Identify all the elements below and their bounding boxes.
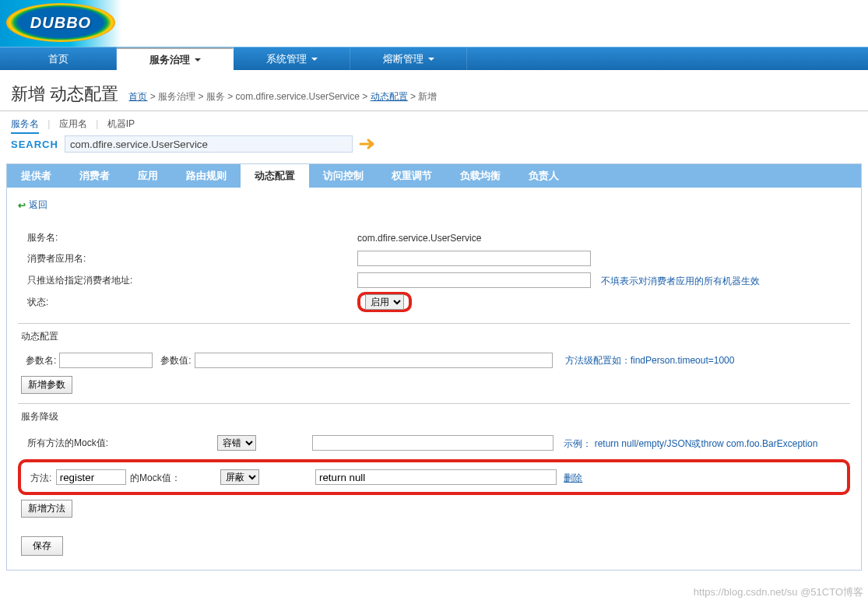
nav-system[interactable]: 系统管理 <box>234 47 350 70</box>
crumb-dyn[interactable]: 动态配置 <box>371 91 408 102</box>
crumb-svc-name: com.dfire.service.UserService <box>236 91 360 102</box>
nav-circuit[interactable]: 熔断管理 <box>350 47 467 70</box>
nav-circuit-label: 熔断管理 <box>383 52 423 66</box>
tab-dynamic-config[interactable]: 动态配置 <box>241 164 309 188</box>
degrade-form: 所有方法的Mock值: 容错 示例： return null/empty/JSO… <box>18 431 850 455</box>
tab-owner[interactable]: 负责人 <box>515 164 573 188</box>
method-mock-row: 方法: 的Mock值： 屏蔽 删除 <box>26 465 842 489</box>
tab-route[interactable]: 路由规则 <box>172 164 241 188</box>
section-dynamic-title: 动态配置 <box>21 330 850 343</box>
hint-all-mock: 示例： return null/empty/JSON或throw com.foo… <box>564 438 817 449</box>
tab-provider[interactable]: 提供者 <box>7 164 65 188</box>
view-tab-ip[interactable]: 机器IP <box>107 118 135 132</box>
value-service: com.dfire.service.UserService <box>356 229 849 247</box>
back-arrow-icon: ↩ <box>18 200 26 211</box>
input-param-value[interactable] <box>195 353 553 368</box>
input-consumer-app[interactable] <box>357 251 591 266</box>
select-status[interactable]: 启用 <box>365 294 404 310</box>
highlight-method-mock: 方法: 的Mock值： 屏蔽 删除 <box>18 459 850 495</box>
divider <box>18 403 850 404</box>
crumb-gov: 服务治理 <box>158 91 195 102</box>
sub-header: 新增 动态配置 首页 > 服务治理 > 服务 > com.dfire.servi… <box>0 70 868 111</box>
input-method-name[interactable] <box>56 469 126 485</box>
brand-name: DUBBO <box>30 14 91 32</box>
tab-app[interactable]: 应用 <box>124 164 172 188</box>
crumb-add: 新增 <box>418 91 437 102</box>
label-param-value: 参数值: <box>160 354 191 367</box>
form-body: ↩ 返回 服务名: com.dfire.service.UserService … <box>7 188 861 570</box>
crumb-home[interactable]: 首页 <box>128 91 147 102</box>
chevron-down-icon <box>195 58 201 61</box>
chevron-down-icon <box>428 58 434 61</box>
label-method-prefix: 方法: <box>30 472 51 483</box>
search-label: SEARCH <box>11 139 58 150</box>
label-method-suffix: 的Mock值： <box>130 472 181 483</box>
main-nav: 首页 服务治理 系统管理 熔断管理 <box>0 47 868 70</box>
row-param: 参数名: 参数值: 方法级配置如：findPerson.timeout=1000 <box>18 351 850 370</box>
add-method-button[interactable]: 新增方法 <box>21 500 72 518</box>
nav-service-gov-label: 服务治理 <box>149 53 190 67</box>
save-button[interactable]: 保存 <box>21 536 63 556</box>
divider <box>18 323 850 324</box>
page-title: 新增 动态配置 <box>11 83 118 106</box>
input-method-mock[interactable] <box>315 469 557 485</box>
view-tab-service[interactable]: 服务名 <box>11 118 39 134</box>
nav-home-label: 首页 <box>48 52 69 66</box>
tab-weight[interactable]: 权重调节 <box>378 164 446 188</box>
input-push-addr[interactable] <box>357 272 591 288</box>
base-form: 服务名: com.dfire.service.UserService 消费者应用… <box>18 227 850 314</box>
content-frame: 提供者 消费者 应用 路由规则 动态配置 访问控制 权重调节 负载均衡 负责人 … <box>6 163 862 571</box>
highlight-status: 启用 <box>357 292 412 312</box>
back-label: 返回 <box>29 198 47 212</box>
inner-tabs: 提供者 消费者 应用 路由规则 动态配置 访问控制 权重调节 负载均衡 负责人 <box>7 164 861 188</box>
arrow-right-icon <box>359 137 378 151</box>
label-service: 服务名: <box>19 229 354 247</box>
add-param-button[interactable]: 新增参数 <box>21 376 72 394</box>
hint-push-addr: 不填表示对消费者应用的所有机器生效 <box>601 276 760 286</box>
nav-service-gov[interactable]: 服务治理 <box>117 47 234 70</box>
select-all-mock[interactable]: 容错 <box>217 435 256 451</box>
delete-method-link[interactable]: 删除 <box>564 472 582 483</box>
label-all-mock: 所有方法的Mock值: <box>19 433 214 453</box>
tab-loadbalance[interactable]: 负载均衡 <box>446 164 515 188</box>
brand-banner: DUBBO <box>0 0 868 47</box>
label-push-addr: 只推送给指定消费者地址: <box>19 270 354 290</box>
tab-consumer[interactable]: 消费者 <box>65 164 124 188</box>
crumb-svc: 服务 <box>206 91 225 102</box>
tab-access[interactable]: 访问控制 <box>309 164 378 188</box>
input-all-mock[interactable] <box>312 435 553 451</box>
search-go-button[interactable] <box>359 137 378 151</box>
chevron-down-icon <box>311 58 318 61</box>
label-consumer-app: 消费者应用名: <box>19 248 354 269</box>
nav-system-label: 系统管理 <box>266 52 307 66</box>
view-tab-app[interactable]: 应用名 <box>59 118 87 132</box>
search-input[interactable] <box>65 135 353 153</box>
search-bar: SEARCH <box>0 131 868 163</box>
watermark: https://blog.csdn.net/su @51CTO博客 <box>694 585 863 586</box>
brand-logo: DUBBO <box>6 3 115 42</box>
label-status: 状态: <box>19 292 354 312</box>
nav-home[interactable]: 首页 <box>0 47 117 70</box>
view-tabs: 服务名 | 应用名 | 机器IP <box>0 111 868 131</box>
back-link[interactable]: ↩ 返回 <box>18 198 47 212</box>
section-degrade-title: 服务降级 <box>21 410 850 423</box>
hint-param: 方法级配置如：findPerson.timeout=1000 <box>565 354 735 367</box>
label-param-name: 参数名: <box>26 354 56 367</box>
input-param-name[interactable] <box>59 353 153 368</box>
breadcrumb: 首页 > 服务治理 > 服务 > com.dfire.service.UserS… <box>128 90 437 104</box>
select-method-mock[interactable]: 屏蔽 <box>220 469 259 485</box>
